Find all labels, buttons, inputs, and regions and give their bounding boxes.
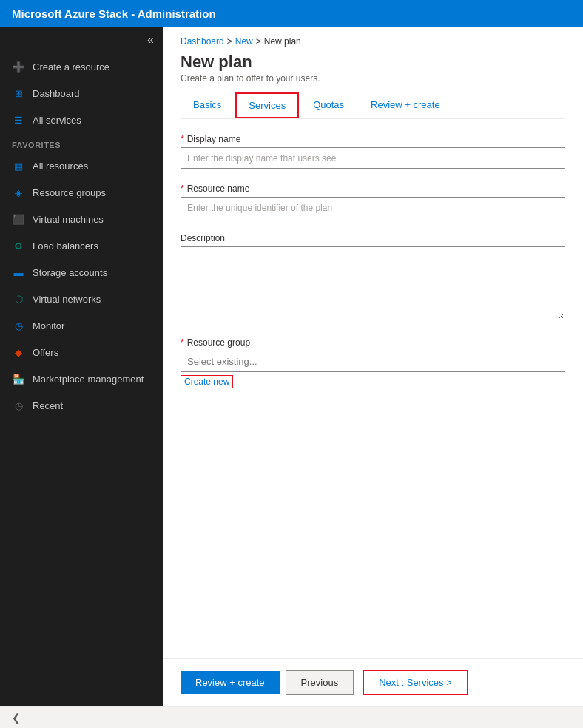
- create-resource-icon: ➕: [12, 60, 25, 73]
- resource-group-label: * Resource group: [181, 337, 565, 348]
- sidebar-item-label-virtual-networks: Virtual networks: [33, 294, 101, 305]
- sidebar-item-label-offers: Offers: [33, 347, 58, 358]
- tabs-container: Basics Services Quotas Review + create: [163, 92, 583, 118]
- sidebar-item-offers[interactable]: ◆Offers: [0, 339, 163, 365]
- sidebar-item-virtual-machines[interactable]: ⬛Virtual machines: [0, 206, 163, 232]
- resource-group-group: * Resource group Create new: [181, 337, 565, 388]
- all-services-icon: ☰: [12, 113, 25, 127]
- sidebar-item-resource-groups[interactable]: ◈Resource groups: [0, 179, 163, 206]
- bottom-bar: ❮: [0, 706, 583, 728]
- sidebar: « ➕Create a resource⊞Dashboard☰All servi…: [0, 27, 163, 706]
- sidebar-collapse-button[interactable]: «: [147, 33, 154, 47]
- page-header: New plan Create a plan to offer to your …: [163, 50, 583, 92]
- description-group: Description: [181, 233, 565, 323]
- virtual-networks-icon: ⬡: [12, 292, 25, 306]
- sidebar-section-favorites-section: FAVORITES: [0, 133, 163, 152]
- sidebar-collapse-area: «: [0, 27, 163, 53]
- sidebar-item-monitor[interactable]: ◷Monitor: [0, 312, 163, 339]
- form-area: * Display name * Resource name Descripti…: [163, 119, 583, 658]
- tab-review-create[interactable]: Review + create: [358, 92, 453, 118]
- offers-icon: ◆: [12, 346, 25, 359]
- description-input[interactable]: [181, 246, 565, 320]
- tab-quotas[interactable]: Quotas: [300, 92, 357, 118]
- sidebar-item-storage-accounts[interactable]: ▬Storage accounts: [0, 259, 163, 286]
- sidebar-item-all-services[interactable]: ☰All services: [0, 107, 163, 133]
- next-services-button[interactable]: Next : Services >: [363, 670, 468, 695]
- description-label: Description: [181, 233, 565, 243]
- breadcrumb-current: New plan: [264, 36, 301, 47]
- display-name-group: * Display name: [181, 134, 565, 169]
- display-name-input[interactable]: [181, 147, 565, 169]
- resource-group-input[interactable]: [181, 351, 565, 372]
- page-title: New plan: [181, 53, 565, 72]
- marketplace-management-icon: 🏪: [12, 372, 25, 385]
- sidebar-item-label-monitor: Monitor: [33, 320, 64, 331]
- review-create-button[interactable]: Review + create: [181, 671, 280, 694]
- tab-basics[interactable]: Basics: [181, 92, 234, 118]
- bottom-bar-chevron[interactable]: ❮: [12, 712, 21, 724]
- breadcrumb-dashboard[interactable]: Dashboard: [181, 36, 224, 47]
- sidebar-item-load-balancers[interactable]: ⚙Load balancers: [0, 232, 163, 259]
- dashboard-icon: ⊞: [12, 87, 25, 100]
- recent-icon: ◷: [12, 399, 25, 412]
- sidebar-item-label-dashboard: Dashboard: [33, 88, 80, 99]
- previous-button[interactable]: Previous: [286, 670, 354, 695]
- breadcrumb-new[interactable]: New: [235, 36, 253, 47]
- page-subtitle: Create a plan to offer to your users.: [181, 73, 565, 84]
- content-area: Dashboard > New > New plan New plan Crea…: [163, 27, 583, 706]
- resource-name-input[interactable]: [181, 197, 565, 218]
- sidebar-item-create-resource[interactable]: ➕Create a resource: [0, 53, 163, 80]
- tab-services[interactable]: Services: [235, 92, 299, 118]
- sidebar-item-label-recent: Recent: [33, 400, 63, 411]
- sidebar-item-dashboard[interactable]: ⊞Dashboard: [0, 80, 163, 107]
- resource-groups-icon: ◈: [12, 186, 25, 199]
- footer-buttons: Review + create Previous Next : Services…: [163, 658, 583, 706]
- virtual-machines-icon: ⬛: [12, 212, 25, 226]
- sidebar-item-label-load-balancers: Load balancers: [33, 240, 98, 252]
- title-bar: Microsoft Azure Stack - Administration: [0, 0, 583, 27]
- resource-name-label: * Resource name: [181, 183, 565, 194]
- sidebar-item-label-marketplace-management: Marketplace management: [33, 374, 144, 385]
- title-bar-text: Microsoft Azure Stack - Administration: [12, 7, 216, 20]
- storage-accounts-icon: ▬: [12, 266, 25, 279]
- resource-name-group: * Resource name: [181, 183, 565, 218]
- sidebar-item-label-storage-accounts: Storage accounts: [33, 267, 107, 278]
- load-balancers-icon: ⚙: [12, 239, 25, 252]
- sidebar-item-marketplace-management[interactable]: 🏪Marketplace management: [0, 365, 163, 392]
- breadcrumb: Dashboard > New > New plan: [163, 27, 583, 50]
- sidebar-item-label-virtual-machines: Virtual machines: [33, 214, 104, 225]
- sidebar-item-label-all-services: All services: [33, 115, 81, 126]
- sidebar-items-container: ➕Create a resource⊞Dashboard☰All service…: [0, 53, 163, 419]
- monitor-icon: ◷: [12, 319, 25, 332]
- all-resources-icon: ▦: [12, 159, 25, 172]
- sidebar-item-label-all-resources: All resources: [33, 161, 88, 172]
- sidebar-item-all-resources[interactable]: ▦All resources: [0, 152, 163, 179]
- sidebar-item-label-create-resource: Create a resource: [33, 61, 109, 73]
- sidebar-item-label-resource-groups: Resource groups: [33, 187, 106, 198]
- display-name-label: * Display name: [181, 134, 565, 144]
- sidebar-item-recent[interactable]: ◷Recent: [0, 392, 163, 419]
- create-new-link[interactable]: Create new: [181, 375, 233, 388]
- sidebar-item-virtual-networks[interactable]: ⬡Virtual networks: [0, 286, 163, 312]
